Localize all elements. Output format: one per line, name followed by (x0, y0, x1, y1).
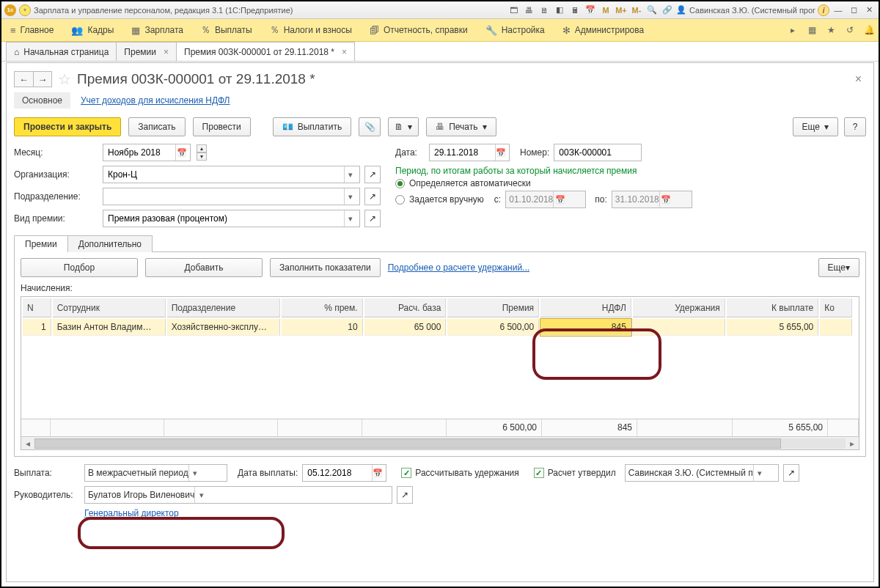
bonus-type-open-button[interactable]: ↗ (364, 210, 381, 227)
month-spinner[interactable]: ▴▾ (197, 144, 207, 161)
help-button[interactable]: ? (844, 117, 866, 136)
accruals-table-wrap: N Сотрудник Подразделение % прем. Расч. … (21, 296, 859, 450)
table-h-scrollbar[interactable]: ◂▸ (21, 436, 859, 449)
radio-unchecked-icon (395, 195, 405, 205)
fill-indicators-button[interactable]: Заполнить показатели (270, 258, 381, 277)
bell-icon[interactable]: 🔔 (859, 25, 879, 35)
calendar-icon[interactable]: 📅 (584, 4, 597, 16)
manager-open-button[interactable]: ↗ (397, 486, 413, 504)
approver-field[interactable]: Савинская З.Ю. (Системный п▾ (625, 464, 779, 482)
manager-field[interactable]: Булатов Игорь Виленович▾ (84, 486, 392, 504)
approved-checkbox[interactable]: ✓Расчет утвердил (534, 468, 616, 478)
link-icon[interactable]: 🔗 (661, 4, 674, 16)
number-field[interactable] (554, 144, 642, 161)
print-icon[interactable]: 🖶 (522, 4, 535, 16)
month-field[interactable]: 📅 (103, 144, 191, 161)
nav-forward-button[interactable]: → (33, 71, 52, 87)
payment-mode-field[interactable]: В межрасчетный период▾ (84, 464, 227, 482)
post-and-close-button[interactable]: Провести и закрыть (14, 117, 121, 136)
nav-back-button[interactable]: ← (14, 71, 33, 87)
org-open-button[interactable]: ↗ (364, 166, 381, 183)
compare-icon[interactable]: ◧ (553, 4, 566, 16)
dropdown-icon[interactable]: ▾ (194, 487, 208, 503)
calc-hold-checkbox[interactable]: ✓Рассчитывать удержания (401, 468, 518, 478)
save-button[interactable]: Записать (128, 117, 185, 136)
user-block[interactable]: 👤Савинская З.Ю. (Системный прог… (676, 5, 815, 15)
doc-icon[interactable]: 🗎 (538, 4, 551, 16)
add-button[interactable]: Добавить (145, 258, 263, 277)
post-button[interactable]: Провести (193, 117, 251, 136)
zoom-icon[interactable]: 🔍 (645, 4, 659, 16)
menu-more-arrow[interactable]: ▸ (783, 25, 802, 35)
approver-open-button[interactable]: ↗ (783, 464, 799, 482)
holdings-detail-link[interactable]: Подробнее о расчете удержаний... (388, 262, 529, 273)
mode-ndfl-link[interactable]: Учет доходов для исчисления НДФЛ (81, 95, 230, 106)
document-panel: ← → ☆ Премия 00ЗК-000001 от 29.11.2018 *… (6, 62, 874, 582)
grid-icon: ▦ (131, 25, 140, 36)
dropdown-icon[interactable]: ▾ (344, 188, 356, 205)
m-label[interactable]: M (599, 4, 612, 16)
subtab-bonus[interactable]: Премии (14, 235, 68, 252)
menu-payments[interactable]: ％Выплаты (192, 19, 261, 41)
dropdown-icon[interactable]: ▾ (188, 465, 202, 481)
date-field[interactable]: 📅 (429, 144, 510, 161)
print-preview-icon[interactable]: 🗔 (507, 4, 520, 16)
calendar-icon[interactable]: 📅 (495, 144, 506, 161)
menu-reports[interactable]: 🗐Отчетность, справки (361, 19, 477, 41)
calendar-icon[interactable]: 📅 (372, 465, 383, 481)
create-based-button[interactable]: 🗎 ▾ (388, 117, 419, 136)
pay-button[interactable]: 💶Выплатить (273, 117, 352, 136)
org-field[interactable]: ▾ (103, 166, 360, 183)
tab-bonuses-list[interactable]: Премии× (116, 42, 177, 61)
period-auto-radio[interactable]: Определяется автоматически (395, 178, 866, 188)
dropdown-icon[interactable]: ▾ (753, 465, 766, 481)
favorite-toggle-icon[interactable]: ☆ (58, 70, 71, 88)
calculator-icon[interactable]: 🖩 (568, 4, 582, 16)
tab-home[interactable]: ⌂Начальная страница (6, 42, 117, 61)
close-icon[interactable]: × (342, 47, 347, 57)
info-icon[interactable]: i (818, 4, 829, 16)
more-button[interactable]: Еще ▾ (793, 117, 838, 136)
menu-staff[interactable]: 👥Кадры (62, 19, 122, 41)
calendar-icon: 📅 (659, 191, 672, 207)
tab-bonus-doc[interactable]: Премия 00ЗК-000001 от 29.11.2018 *× (176, 42, 355, 61)
close-document-button[interactable]: × (855, 73, 866, 86)
main-menu: ≡Главное 👥Кадры ▦Зарплата ％Выплаты ％Нало… (1, 19, 879, 42)
attach-button[interactable]: 📎 (359, 117, 381, 136)
table-row[interactable]: 1 Базин Антон Владим… Хозяйственно-экспл… (23, 319, 852, 336)
apps-grid-icon[interactable]: ▦ (802, 25, 821, 35)
manager-position-link[interactable]: Генеральный директор (84, 508, 179, 518)
m-plus-label[interactable]: M+ (615, 4, 628, 16)
wrench-icon: 🔧 (485, 25, 497, 36)
manager-label: Руководитель: (14, 490, 80, 500)
dropdown-round-icon[interactable]: ▾ (19, 4, 31, 16)
menu-admin[interactable]: ✻Администрирова (554, 19, 653, 41)
ndfl-cell[interactable]: 845 (540, 319, 631, 336)
sub-tabs: Премии Дополнительно (14, 235, 866, 252)
dept-field[interactable]: ▾ (103, 188, 360, 205)
maximize-button[interactable]: ◻ (847, 4, 860, 16)
accruals-table: N Сотрудник Подразделение % прем. Расч. … (21, 297, 854, 337)
pick-button[interactable]: Подбор (21, 258, 138, 277)
close-icon[interactable]: × (164, 47, 169, 57)
bonus-type-field[interactable]: ▾ (103, 210, 360, 227)
favorite-star-icon[interactable]: ★ (821, 25, 840, 35)
menu-salary[interactable]: ▦Зарплата (122, 19, 192, 41)
dropdown-icon[interactable]: ▾ (344, 166, 356, 183)
m-minus-label[interactable]: M- (630, 4, 643, 16)
subtab-extra[interactable]: Дополнительно (67, 235, 153, 252)
period-manual-radio[interactable]: Задается вручную с: 01.10.2018📅 по: 31.1… (395, 191, 866, 208)
menu-taxes[interactable]: ％Налоги и взносы (261, 19, 361, 41)
pay-date-field[interactable]: 📅 (302, 464, 386, 482)
sub-more-button[interactable]: Еще ▾ (818, 258, 859, 277)
minimize-button[interactable]: — (832, 4, 845, 16)
mode-main-tab[interactable]: Основное (14, 92, 70, 109)
close-window-button[interactable]: ✕ (862, 4, 876, 16)
menu-main[interactable]: ≡Главное (1, 19, 62, 41)
calendar-icon[interactable]: 📅 (175, 144, 187, 161)
dept-open-button[interactable]: ↗ (364, 188, 381, 205)
history-icon[interactable]: ↺ (840, 25, 859, 35)
print-button[interactable]: 🖶Печать ▾ (426, 117, 496, 136)
menu-settings[interactable]: 🔧Настройка (477, 19, 554, 41)
dropdown-icon[interactable]: ▾ (344, 210, 356, 227)
